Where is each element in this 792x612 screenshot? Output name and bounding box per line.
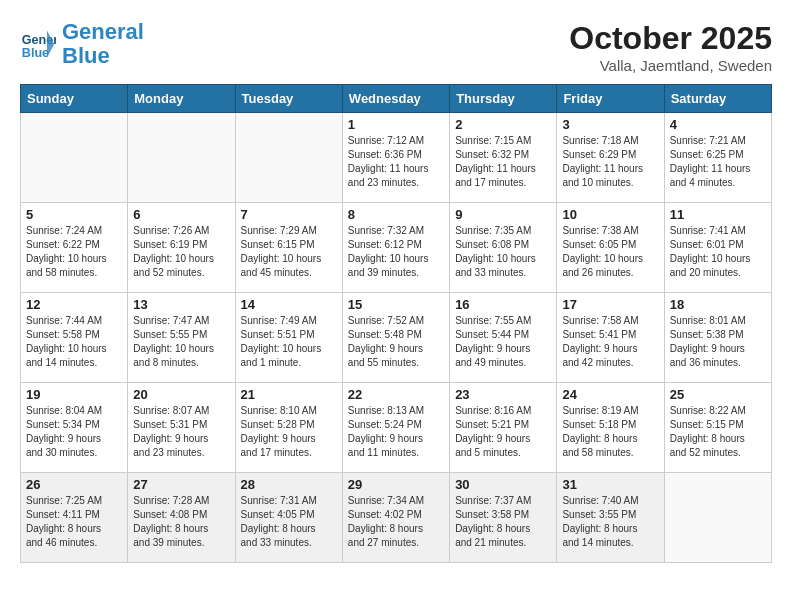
day-info: Sunrise: 7:15 AM Sunset: 6:32 PM Dayligh… — [455, 134, 551, 190]
calendar-cell: 2Sunrise: 7:15 AM Sunset: 6:32 PM Daylig… — [450, 113, 557, 203]
day-number: 4 — [670, 117, 766, 132]
calendar-cell: 31Sunrise: 7:40 AM Sunset: 3:55 PM Dayli… — [557, 473, 664, 563]
calendar-cell: 5Sunrise: 7:24 AM Sunset: 6:22 PM Daylig… — [21, 203, 128, 293]
week-row-0: 1Sunrise: 7:12 AM Sunset: 6:36 PM Daylig… — [21, 113, 772, 203]
day-info: Sunrise: 7:32 AM Sunset: 6:12 PM Dayligh… — [348, 224, 444, 280]
day-number: 1 — [348, 117, 444, 132]
logo-general: General — [62, 19, 144, 44]
day-number: 11 — [670, 207, 766, 222]
calendar-cell: 23Sunrise: 8:16 AM Sunset: 5:21 PM Dayli… — [450, 383, 557, 473]
calendar-cell: 24Sunrise: 8:19 AM Sunset: 5:18 PM Dayli… — [557, 383, 664, 473]
day-info: Sunrise: 7:26 AM Sunset: 6:19 PM Dayligh… — [133, 224, 229, 280]
calendar-cell: 13Sunrise: 7:47 AM Sunset: 5:55 PM Dayli… — [128, 293, 235, 383]
day-info: Sunrise: 7:47 AM Sunset: 5:55 PM Dayligh… — [133, 314, 229, 370]
calendar-cell: 1Sunrise: 7:12 AM Sunset: 6:36 PM Daylig… — [342, 113, 449, 203]
day-info: Sunrise: 7:41 AM Sunset: 6:01 PM Dayligh… — [670, 224, 766, 280]
day-number: 6 — [133, 207, 229, 222]
day-info: Sunrise: 7:52 AM Sunset: 5:48 PM Dayligh… — [348, 314, 444, 370]
day-info: Sunrise: 7:58 AM Sunset: 5:41 PM Dayligh… — [562, 314, 658, 370]
day-number: 17 — [562, 297, 658, 312]
calendar-cell: 6Sunrise: 7:26 AM Sunset: 6:19 PM Daylig… — [128, 203, 235, 293]
day-info: Sunrise: 7:34 AM Sunset: 4:02 PM Dayligh… — [348, 494, 444, 550]
day-number: 27 — [133, 477, 229, 492]
day-info: Sunrise: 8:10 AM Sunset: 5:28 PM Dayligh… — [241, 404, 337, 460]
day-number: 22 — [348, 387, 444, 402]
day-number: 26 — [26, 477, 122, 492]
day-number: 16 — [455, 297, 551, 312]
day-info: Sunrise: 7:40 AM Sunset: 3:55 PM Dayligh… — [562, 494, 658, 550]
week-row-2: 12Sunrise: 7:44 AM Sunset: 5:58 PM Dayli… — [21, 293, 772, 383]
location-title: Valla, Jaemtland, Sweden — [569, 57, 772, 74]
calendar-cell: 16Sunrise: 7:55 AM Sunset: 5:44 PM Dayli… — [450, 293, 557, 383]
day-number: 25 — [670, 387, 766, 402]
logo-text: General Blue — [62, 20, 144, 68]
calendar-cell: 8Sunrise: 7:32 AM Sunset: 6:12 PM Daylig… — [342, 203, 449, 293]
day-info: Sunrise: 7:29 AM Sunset: 6:15 PM Dayligh… — [241, 224, 337, 280]
day-info: Sunrise: 7:12 AM Sunset: 6:36 PM Dayligh… — [348, 134, 444, 190]
day-info: Sunrise: 8:07 AM Sunset: 5:31 PM Dayligh… — [133, 404, 229, 460]
svg-text:Blue: Blue — [22, 46, 49, 60]
calendar-cell: 7Sunrise: 7:29 AM Sunset: 6:15 PM Daylig… — [235, 203, 342, 293]
week-row-3: 19Sunrise: 8:04 AM Sunset: 5:34 PM Dayli… — [21, 383, 772, 473]
weekday-header-wednesday: Wednesday — [342, 85, 449, 113]
day-info: Sunrise: 7:24 AM Sunset: 6:22 PM Dayligh… — [26, 224, 122, 280]
day-number: 3 — [562, 117, 658, 132]
calendar-cell — [128, 113, 235, 203]
day-number: 15 — [348, 297, 444, 312]
day-info: Sunrise: 8:19 AM Sunset: 5:18 PM Dayligh… — [562, 404, 658, 460]
day-number: 28 — [241, 477, 337, 492]
day-number: 24 — [562, 387, 658, 402]
calendar-cell: 25Sunrise: 8:22 AM Sunset: 5:15 PM Dayli… — [664, 383, 771, 473]
day-info: Sunrise: 7:37 AM Sunset: 3:58 PM Dayligh… — [455, 494, 551, 550]
weekday-header-sunday: Sunday — [21, 85, 128, 113]
day-number: 8 — [348, 207, 444, 222]
logo-icon: General Blue — [20, 26, 56, 62]
day-number: 5 — [26, 207, 122, 222]
weekday-header-row: SundayMondayTuesdayWednesdayThursdayFrid… — [21, 85, 772, 113]
logo-blue: Blue — [62, 43, 110, 68]
day-info: Sunrise: 7:38 AM Sunset: 6:05 PM Dayligh… — [562, 224, 658, 280]
header: General Blue General Blue October 2025 V… — [20, 20, 772, 74]
calendar-cell — [235, 113, 342, 203]
day-info: Sunrise: 8:22 AM Sunset: 5:15 PM Dayligh… — [670, 404, 766, 460]
day-info: Sunrise: 7:49 AM Sunset: 5:51 PM Dayligh… — [241, 314, 337, 370]
calendar-cell: 20Sunrise: 8:07 AM Sunset: 5:31 PM Dayli… — [128, 383, 235, 473]
calendar-cell — [21, 113, 128, 203]
calendar-cell: 29Sunrise: 7:34 AM Sunset: 4:02 PM Dayli… — [342, 473, 449, 563]
calendar-cell: 17Sunrise: 7:58 AM Sunset: 5:41 PM Dayli… — [557, 293, 664, 383]
day-number: 29 — [348, 477, 444, 492]
day-number: 2 — [455, 117, 551, 132]
calendar-cell: 22Sunrise: 8:13 AM Sunset: 5:24 PM Dayli… — [342, 383, 449, 473]
day-info: Sunrise: 8:04 AM Sunset: 5:34 PM Dayligh… — [26, 404, 122, 460]
month-title: October 2025 — [569, 20, 772, 57]
title-area: October 2025 Valla, Jaemtland, Sweden — [569, 20, 772, 74]
day-number: 21 — [241, 387, 337, 402]
day-info: Sunrise: 8:13 AM Sunset: 5:24 PM Dayligh… — [348, 404, 444, 460]
weekday-header-thursday: Thursday — [450, 85, 557, 113]
day-number: 20 — [133, 387, 229, 402]
calendar-cell: 11Sunrise: 7:41 AM Sunset: 6:01 PM Dayli… — [664, 203, 771, 293]
day-number: 7 — [241, 207, 337, 222]
calendar-cell: 18Sunrise: 8:01 AM Sunset: 5:38 PM Dayli… — [664, 293, 771, 383]
day-info: Sunrise: 7:31 AM Sunset: 4:05 PM Dayligh… — [241, 494, 337, 550]
day-info: Sunrise: 7:44 AM Sunset: 5:58 PM Dayligh… — [26, 314, 122, 370]
calendar-cell: 27Sunrise: 7:28 AM Sunset: 4:08 PM Dayli… — [128, 473, 235, 563]
day-info: Sunrise: 8:16 AM Sunset: 5:21 PM Dayligh… — [455, 404, 551, 460]
day-info: Sunrise: 7:25 AM Sunset: 4:11 PM Dayligh… — [26, 494, 122, 550]
weekday-header-saturday: Saturday — [664, 85, 771, 113]
day-info: Sunrise: 7:35 AM Sunset: 6:08 PM Dayligh… — [455, 224, 551, 280]
calendar-cell: 12Sunrise: 7:44 AM Sunset: 5:58 PM Dayli… — [21, 293, 128, 383]
calendar-cell: 30Sunrise: 7:37 AM Sunset: 3:58 PM Dayli… — [450, 473, 557, 563]
calendar-table: SundayMondayTuesdayWednesdayThursdayFrid… — [20, 84, 772, 563]
day-info: Sunrise: 7:21 AM Sunset: 6:25 PM Dayligh… — [670, 134, 766, 190]
calendar-cell: 21Sunrise: 8:10 AM Sunset: 5:28 PM Dayli… — [235, 383, 342, 473]
day-info: Sunrise: 7:55 AM Sunset: 5:44 PM Dayligh… — [455, 314, 551, 370]
day-number: 12 — [26, 297, 122, 312]
calendar-cell: 14Sunrise: 7:49 AM Sunset: 5:51 PM Dayli… — [235, 293, 342, 383]
calendar-cell: 4Sunrise: 7:21 AM Sunset: 6:25 PM Daylig… — [664, 113, 771, 203]
weekday-header-friday: Friday — [557, 85, 664, 113]
day-number: 10 — [562, 207, 658, 222]
day-number: 18 — [670, 297, 766, 312]
calendar-cell — [664, 473, 771, 563]
calendar-cell: 28Sunrise: 7:31 AM Sunset: 4:05 PM Dayli… — [235, 473, 342, 563]
